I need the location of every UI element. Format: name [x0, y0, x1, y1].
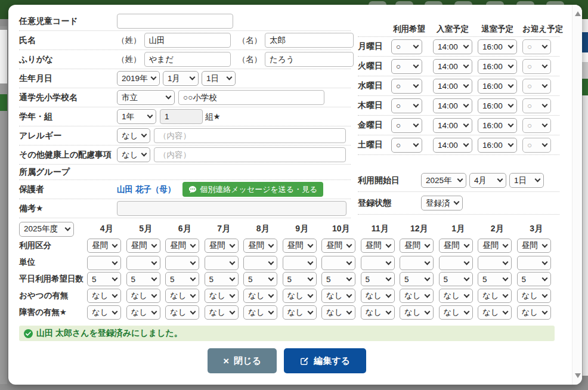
monthly-value-select[interactable]: [478, 256, 512, 270]
exit-time-select[interactable]: 16:00: [478, 79, 517, 94]
monthly-value-select[interactable]: なし: [283, 289, 317, 303]
entry-time-select[interactable]: 14:00: [433, 39, 472, 54]
monthly-value-select[interactable]: [400, 256, 434, 270]
monthly-value-select[interactable]: [126, 256, 160, 270]
registration-status-select[interactable]: 登録済: [421, 196, 463, 211]
monthly-value-select[interactable]: 5: [321, 272, 355, 286]
monthly-value-select[interactable]: なし: [87, 289, 121, 303]
allergy-detail-input[interactable]: [154, 128, 346, 143]
monthly-value-select[interactable]: 5: [243, 272, 277, 286]
monthly-value-select[interactable]: [517, 256, 551, 270]
monthly-value-select[interactable]: なし: [243, 305, 277, 320]
entry-time-select[interactable]: 14:00: [433, 118, 472, 133]
start-month-select[interactable]: 4月: [469, 173, 506, 188]
monthly-value-select[interactable]: 5: [87, 272, 121, 286]
monthly-value-select[interactable]: 5: [361, 272, 395, 286]
monthly-value-select[interactable]: なし: [283, 305, 317, 320]
school-type-select[interactable]: 市立: [117, 90, 175, 105]
start-day-select[interactable]: 1日: [509, 173, 544, 188]
monthly-value-select[interactable]: 昼間（: [478, 239, 512, 253]
modal-scrollbar[interactable]: [572, 5, 582, 385]
pickup-select[interactable]: ○: [522, 59, 551, 74]
monthly-value-select[interactable]: 5: [517, 272, 551, 286]
monthly-value-select[interactable]: 昼間（: [243, 239, 277, 253]
monthly-value-select[interactable]: 5: [478, 272, 512, 286]
close-button[interactable]: × 閉じる: [208, 348, 277, 373]
pickup-select[interactable]: ○: [522, 39, 551, 54]
monthly-value-select[interactable]: [361, 256, 395, 270]
birth-year-select[interactable]: 2019年: [117, 71, 160, 86]
monthly-value-select[interactable]: [205, 256, 239, 270]
monthly-value-select[interactable]: 昼間（: [165, 239, 199, 253]
monthly-value-select[interactable]: 昼間（: [361, 239, 395, 253]
grade-select[interactable]: 1年: [117, 109, 156, 124]
monthly-value-select[interactable]: 昼間（: [517, 239, 551, 253]
monthly-value-select[interactable]: 昼間（: [439, 239, 473, 253]
use-request-select[interactable]: ○: [391, 118, 422, 133]
entry-time-select[interactable]: 14:00: [433, 98, 472, 113]
pickup-select[interactable]: ○: [522, 118, 551, 133]
monthly-value-select[interactable]: [165, 256, 199, 270]
note-input[interactable]: [117, 201, 346, 216]
guardian-link[interactable]: 山田 花子（母）: [117, 184, 175, 195]
monthly-value-select[interactable]: 昼間（: [321, 239, 355, 253]
pickup-select[interactable]: ○: [522, 98, 551, 113]
monthly-value-select[interactable]: なし: [517, 305, 551, 320]
monthly-value-select[interactable]: [87, 256, 121, 270]
use-request-select[interactable]: ○: [391, 59, 422, 74]
monthly-value-select[interactable]: 5: [205, 272, 239, 286]
entry-time-select[interactable]: 14:00: [433, 59, 472, 74]
monthly-value-select[interactable]: 昼間（: [400, 239, 434, 253]
exit-time-select[interactable]: 16:00: [478, 39, 517, 54]
monthly-value-select[interactable]: なし: [87, 305, 121, 320]
monthly-value-select[interactable]: [321, 256, 355, 270]
monthly-value-select[interactable]: 5: [126, 272, 160, 286]
health-select[interactable]: なし: [117, 147, 150, 162]
monthly-value-select[interactable]: なし: [400, 305, 434, 320]
use-request-select[interactable]: ○: [391, 138, 422, 153]
scroll-down-arrow-icon[interactable]: [575, 373, 581, 378]
birth-day-select[interactable]: 1日: [202, 71, 236, 86]
scroll-up-arrow-icon[interactable]: [575, 11, 581, 16]
exit-time-select[interactable]: 16:00: [478, 118, 517, 133]
monthly-value-select[interactable]: 5: [165, 272, 199, 286]
child-code-input[interactable]: [117, 14, 233, 29]
exit-time-select[interactable]: 16:00: [478, 98, 517, 113]
send-message-button[interactable]: 個別連絡メッセージを送る・見る: [182, 182, 323, 197]
edit-button[interactable]: 編集する: [284, 348, 366, 373]
school-name-input[interactable]: [178, 90, 324, 105]
monthly-value-select[interactable]: なし: [126, 289, 160, 303]
first-name-kana-input[interactable]: [265, 52, 354, 67]
monthly-value-select[interactable]: 昼間（: [87, 239, 121, 253]
first-name-input[interactable]: [265, 33, 354, 48]
use-request-select[interactable]: ○: [391, 79, 422, 94]
exit-time-select[interactable]: 16:00: [478, 59, 517, 74]
monthly-value-select[interactable]: なし: [243, 289, 277, 303]
monthly-value-select[interactable]: なし: [439, 289, 473, 303]
monthly-value-select[interactable]: なし: [205, 305, 239, 320]
monthly-value-select[interactable]: 昼間（: [126, 239, 160, 253]
last-name-kana-input[interactable]: [144, 52, 231, 67]
monthly-value-select[interactable]: 5: [439, 272, 473, 286]
monthly-value-select[interactable]: なし: [517, 289, 551, 303]
allergy-select[interactable]: なし: [117, 128, 150, 143]
monthly-value-select[interactable]: 5: [400, 272, 434, 286]
pickup-select[interactable]: ○: [522, 138, 551, 153]
class-input[interactable]: [160, 109, 203, 124]
monthly-value-select[interactable]: [243, 256, 277, 270]
monthly-value-select[interactable]: なし: [478, 289, 512, 303]
exit-time-select[interactable]: 16:00: [478, 138, 517, 153]
monthly-value-select[interactable]: なし: [321, 305, 355, 320]
monthly-value-select[interactable]: 5: [283, 272, 317, 286]
use-request-select[interactable]: ○: [391, 98, 422, 113]
birth-month-select[interactable]: 1月: [163, 71, 199, 86]
monthly-value-select[interactable]: なし: [321, 289, 355, 303]
start-year-select[interactable]: 2025年: [421, 173, 466, 188]
monthly-value-select[interactable]: なし: [361, 305, 395, 320]
monthly-value-select[interactable]: 昼間（: [283, 239, 317, 253]
monthly-value-select[interactable]: なし: [126, 305, 160, 320]
entry-time-select[interactable]: 14:00: [433, 138, 472, 153]
monthly-value-select[interactable]: なし: [165, 305, 199, 320]
monthly-value-select[interactable]: なし: [165, 289, 199, 303]
use-request-select[interactable]: ○: [391, 39, 422, 54]
